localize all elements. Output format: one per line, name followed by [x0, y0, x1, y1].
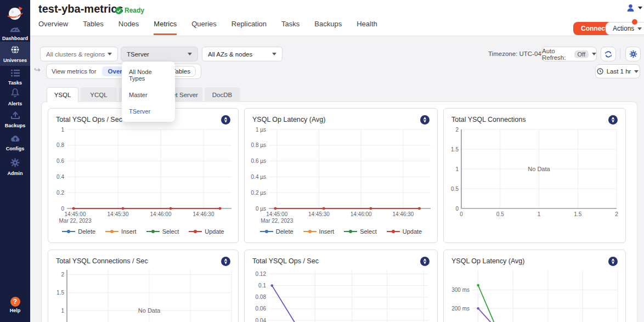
svg-text:0.12: 0.12 — [256, 271, 267, 277]
metric-tab-ysql[interactable]: YSQL — [47, 87, 78, 102]
metric-card: YSQL Op Latency (Avg) 0 µs0.2 µs0.4 µs0.… — [244, 108, 438, 243]
legend-item[interactable]: Update — [387, 228, 422, 235]
chart-title: Total YSQL Ops / Sec — [56, 116, 122, 123]
backups-upload-icon — [10, 111, 20, 120]
svg-text:14:45:30: 14:45:30 — [108, 211, 129, 217]
legend-item[interactable]: Update — [189, 228, 224, 235]
tab-replication[interactable]: Replication — [231, 20, 267, 35]
legend-item[interactable]: Select — [146, 228, 179, 235]
svg-text:0.6: 0.6 — [57, 158, 64, 164]
toolbar-divider — [620, 48, 620, 59]
legend-item[interactable]: Delete — [62, 228, 95, 235]
auto-refresh-button[interactable]: Auto Refresh: Off — [541, 47, 597, 61]
tab-nodes[interactable]: Nodes — [118, 20, 139, 35]
yugabyte-logo-icon[interactable] — [608, 257, 618, 266]
metrics-settings-button[interactable] — [625, 47, 641, 61]
metric-card: Total YSQL Ops / Sec 00.20.40.60.8114:45… — [48, 108, 239, 243]
svg-text:0.2: 0.2 — [57, 190, 64, 196]
legend-marker-icon — [344, 229, 357, 234]
svg-text:200 ms: 200 ms — [451, 306, 470, 312]
svg-text:14:45:30: 14:45:30 — [308, 211, 330, 217]
metric-card: Total YSQL Connections / Sec 21.510.50No… — [48, 250, 239, 322]
refresh-button[interactable] — [601, 47, 616, 61]
legend-marker-icon — [105, 229, 118, 234]
sidebar-item-admin[interactable]: Admin — [0, 158, 30, 176]
sidebar-item-dashboard[interactable]: Dashboard — [0, 24, 30, 41]
menu-item-all-node-types[interactable]: All Node Types — [122, 64, 175, 87]
legend-item[interactable]: Select — [344, 228, 377, 235]
yugabyte-logo-icon[interactable] — [221, 257, 230, 266]
user-menu[interactable] — [626, 4, 642, 12]
svg-text:2: 2 — [455, 127, 459, 133]
cluster-region-select[interactable]: All clusters & regions — [40, 47, 118, 61]
svg-text:0: 0 — [455, 206, 459, 212]
svg-text:Mar 22, 2023: Mar 22, 2023 — [59, 218, 92, 224]
yugabyte-logo-icon[interactable] — [420, 115, 430, 125]
chevron-down-icon — [592, 53, 596, 55]
svg-text:0.4 µs: 0.4 µs — [251, 174, 266, 180]
tab-backups[interactable]: Backups — [314, 20, 342, 35]
metric-card: Total YSQL Ops / Sec 0.120.10.080.060.04… — [244, 250, 438, 322]
sidebar-item-backups[interactable]: Backups — [0, 111, 30, 128]
tab-queries[interactable]: Queries — [191, 20, 217, 35]
svg-text:14:46:00: 14:46:00 — [150, 211, 172, 217]
menu-item-master[interactable]: Master — [122, 87, 175, 103]
metric-tab-ycql[interactable]: YCQL — [81, 87, 117, 102]
legend-marker-icon — [303, 229, 317, 234]
page-title: test-yba-metrics — [38, 3, 123, 15]
legend-marker-icon — [260, 229, 273, 234]
az-node-select[interactable]: All AZs & nodes — [202, 47, 283, 61]
svg-text:14:46:30: 14:46:30 — [392, 211, 414, 217]
actions-button[interactable]: Actions — [606, 22, 644, 35]
help-icon: ? — [10, 297, 20, 307]
svg-text:1.5: 1.5 — [57, 290, 64, 296]
yugabyte-anywhere-logo-icon[interactable] — [5, 3, 25, 25]
sidebar-item-help[interactable]: ? Help — [0, 297, 30, 313]
svg-text:0: 0 — [61, 206, 64, 212]
universe-nav-tabs: Overview Tables Nodes Metrics Queries Re… — [38, 20, 377, 35]
chart-legend: Delete Insert Select Update — [245, 225, 437, 238]
svg-text:1.5: 1.5 — [451, 146, 459, 152]
yugabyte-logo-icon[interactable] — [420, 257, 430, 266]
sidebar-item-alerts[interactable]: Alerts — [0, 88, 30, 106]
svg-text:2: 2 — [615, 211, 618, 217]
chart-canvas: 0 µs0.2 µs0.4 µs0.6 µs0.8 µs1 µs14:45:00… — [249, 125, 434, 225]
legend-marker-icon — [146, 229, 160, 234]
chart-title: Total YSQL Connections — [451, 116, 526, 123]
legend-item[interactable]: Insert — [303, 228, 335, 235]
user-icon — [626, 4, 635, 12]
chevron-down-icon — [637, 27, 642, 30]
node-type-select[interactable]: TServer — [121, 47, 198, 61]
time-range-button[interactable]: Last 1 hr — [595, 64, 640, 78]
legend-item[interactable]: Insert — [105, 228, 137, 235]
chart-title: Total YSQL Connections / Sec — [56, 257, 148, 265]
yugabyte-logo-icon[interactable] — [608, 115, 618, 125]
tab-health[interactable]: Health — [357, 20, 377, 35]
tab-tasks[interactable]: Tasks — [281, 20, 300, 35]
svg-text:14:46:00: 14:46:00 — [351, 211, 372, 217]
yugabyte-logo-icon[interactable] — [221, 115, 230, 125]
sidebar-item-configs[interactable]: Configs — [0, 134, 30, 151]
configs-cloud-icon — [10, 134, 21, 143]
tab-overview[interactable]: Overview — [38, 20, 68, 35]
svg-text:14:46:30: 14:46:30 — [193, 211, 214, 217]
svg-text:0.6 µs: 0.6 µs — [251, 158, 266, 164]
svg-text:1: 1 — [61, 308, 64, 314]
chart-legend: Delete Insert Select Update — [48, 225, 238, 238]
svg-text:0.8 µs: 0.8 µs — [251, 142, 266, 148]
menu-item-tserver[interactable]: TServer — [122, 103, 175, 120]
sidebar-item-tasks[interactable]: Tasks — [0, 69, 30, 86]
svg-text:1: 1 — [61, 127, 64, 133]
svg-text:No Data: No Data — [138, 307, 161, 314]
metric-tab-docdb[interactable]: DocDB — [205, 87, 240, 102]
legend-marker-icon — [387, 229, 400, 234]
svg-text:2: 2 — [61, 272, 64, 278]
tab-metrics[interactable]: Metrics — [154, 20, 177, 35]
status-badge: Ready — [115, 7, 144, 14]
sidebar-item-universes[interactable]: Universes — [0, 45, 30, 63]
chart-title: YSQL Op Latency (Avg) — [252, 116, 325, 123]
svg-text:0.08: 0.08 — [256, 294, 267, 300]
tab-tables[interactable]: Tables — [83, 20, 104, 35]
chevron-down-icon — [272, 53, 276, 55]
legend-item[interactable]: Delete — [260, 228, 293, 235]
